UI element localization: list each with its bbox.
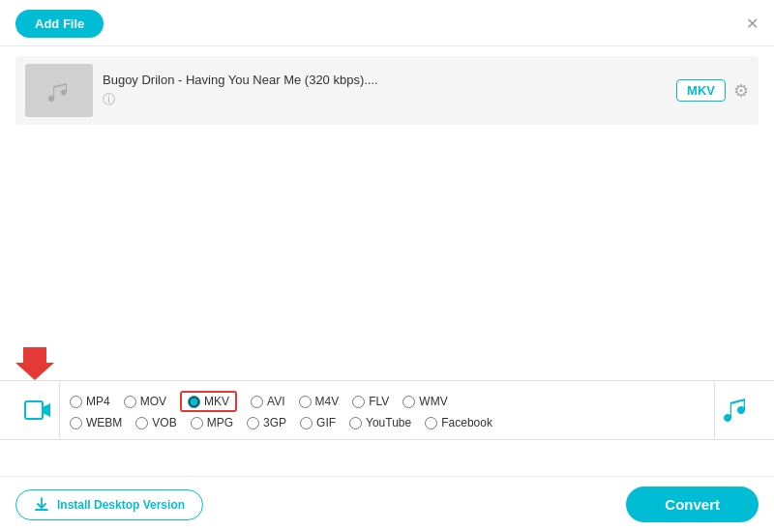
down-arrow-icon (15, 343, 54, 380)
format-label-gif: GIF (316, 416, 336, 429)
format-option-m4v[interactable]: M4V (299, 395, 340, 408)
video-icon (24, 397, 51, 424)
format-radio-webm[interactable] (70, 417, 82, 429)
file-item: Bugoy Drilon - Having You Near Me (320 k… (15, 56, 759, 125)
file-list: Bugoy Drilon - Having You Near Me (320 k… (0, 46, 774, 134)
convert-button[interactable]: Convert (626, 487, 759, 522)
format-option-facebook[interactable]: Facebook (425, 416, 492, 429)
format-label-wmv: WMV (419, 395, 447, 408)
format-radio-3gp[interactable] (247, 417, 259, 429)
format-label-m4v: M4V (315, 395, 340, 408)
format-bar: MP4 MOV MKV AVI M4V FLV (0, 380, 774, 440)
format-label-vob: VOB (152, 416, 176, 429)
format-label-avi: AVI (267, 395, 284, 408)
format-option-gif[interactable]: GIF (300, 416, 336, 429)
format-row-1: MP4 MOV MKV AVI M4V FLV (70, 391, 704, 412)
top-bar: Add File ✕ (0, 0, 774, 46)
format-label-facebook: Facebook (441, 416, 492, 429)
format-radio-mkv[interactable] (188, 396, 200, 408)
format-grid: MP4 MOV MKV AVI M4V FLV (60, 385, 714, 435)
format-label-flv: FLV (369, 395, 389, 408)
format-option-avi[interactable]: AVI (251, 395, 284, 408)
format-option-webm[interactable]: WEBM (70, 416, 122, 429)
format-label-mpg: MPG (207, 416, 233, 429)
format-radio-m4v[interactable] (299, 396, 312, 408)
file-actions: MKV ⚙ (676, 79, 749, 102)
format-option-flv[interactable]: FLV (352, 395, 389, 408)
format-radio-mov[interactable] (124, 396, 136, 408)
info-icon[interactable]: ⓘ (103, 91, 115, 108)
format-radio-facebook[interactable] (425, 417, 437, 429)
video-icon-box (15, 381, 60, 439)
middle-area (0, 134, 774, 338)
install-label: Install Desktop Version (57, 498, 185, 512)
arrow-area (0, 338, 774, 380)
format-radio-vob[interactable] (135, 417, 148, 429)
format-label-youtube: YouTube (366, 416, 411, 429)
file-thumbnail (25, 64, 93, 117)
format-option-3gp[interactable]: 3GP (247, 416, 286, 429)
file-info: Bugoy Drilon - Having You Near Me (320 k… (103, 73, 667, 108)
format-radio-youtube[interactable] (349, 417, 362, 429)
svg-marker-0 (15, 347, 54, 380)
format-label-mp4: MP4 (86, 395, 110, 408)
format-option-mkv[interactable]: MKV (180, 391, 237, 412)
add-file-button[interactable]: Add File (15, 10, 104, 38)
format-option-mpg[interactable]: MPG (191, 416, 233, 429)
format-label-mkv: MKV (204, 395, 229, 408)
format-label-mov: MOV (140, 395, 166, 408)
format-radio-wmv[interactable] (402, 396, 415, 408)
bottom-bar: Install Desktop Version Convert (0, 476, 774, 532)
audio-icon (724, 397, 751, 424)
format-radio-mpg[interactable] (191, 417, 203, 429)
format-option-vob[interactable]: VOB (135, 416, 176, 429)
format-option-mov[interactable]: MOV (124, 395, 166, 408)
format-option-wmv[interactable]: WMV (402, 395, 447, 408)
format-radio-mp4[interactable] (70, 396, 82, 408)
format-label-3gp: 3GP (263, 416, 286, 429)
format-label-webm: WEBM (86, 416, 122, 429)
format-radio-avi[interactable] (251, 396, 263, 408)
format-row-2: WEBM VOB MPG 3GP GIF YouTube (70, 416, 704, 429)
settings-icon[interactable]: ⚙ (733, 80, 749, 102)
format-badge[interactable]: MKV (676, 79, 726, 102)
download-icon (34, 497, 49, 513)
music-icon (44, 75, 74, 106)
format-radio-flv[interactable] (352, 396, 365, 408)
format-radio-gif[interactable] (300, 417, 313, 429)
svg-marker-2 (43, 403, 50, 417)
audio-icon-box (714, 381, 759, 439)
file-name: Bugoy Drilon - Having You Near Me (320 k… (103, 73, 667, 87)
svg-rect-1 (25, 401, 43, 419)
close-button[interactable]: ✕ (746, 16, 759, 32)
install-desktop-button[interactable]: Install Desktop Version (15, 489, 203, 520)
format-option-mp4[interactable]: MP4 (70, 395, 110, 408)
format-option-youtube[interactable]: YouTube (349, 416, 411, 429)
